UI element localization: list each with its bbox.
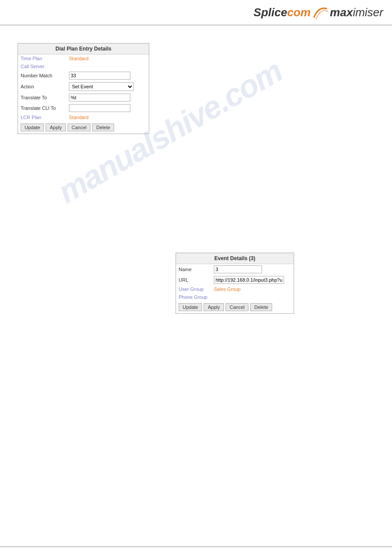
number-match-label: Number Match [21,73,69,78]
dial-plan-cancel-button[interactable]: Cancel [68,123,90,131]
dial-plan-buttons: Update Apply Cancel Delete [18,121,149,134]
call-server-row: Call Server [18,62,149,70]
event-url-input[interactable] [214,276,284,284]
translate-to-row: Translate To [18,92,149,103]
event-phone-group-label[interactable]: Phone Group [179,294,214,300]
event-details-box: Event Details (3) Name URL User Group Sa… [176,253,294,314]
time-plan-label[interactable]: Time Plan [21,56,69,61]
header: Splicecom maximiser [0,0,392,25]
main-content: manualshive.com Dial Plan Entry Details … [0,25,392,323]
dial-plan-delete-button[interactable]: Delete [92,123,114,131]
event-user-group-value: Sales Group [214,287,241,292]
event-url-row: URL [176,275,294,285]
event-details-title: Event Details (3) [176,253,294,264]
time-plan-row: Time Plan Standard [18,54,149,62]
dial-plan-apply-button[interactable]: Apply [46,123,66,131]
logo-swoosh-icon [312,5,329,21]
dial-plan-title: Dial Plan Entry Details [18,44,149,54]
lcr-plan-row: LCR Plan Standard [18,113,149,121]
action-select[interactable]: Set Event [69,82,134,91]
event-phone-group-row: Phone Group [176,293,294,301]
lcr-plan-value: Standard [69,115,89,120]
time-plan-value: Standard [69,56,89,61]
translate-cli-input[interactable] [69,104,130,112]
event-name-input[interactable] [214,265,262,273]
dial-plan-update-button[interactable]: Update [21,123,44,131]
event-name-row: Name [176,264,294,275]
event-url-label: URL [179,277,214,283]
event-apply-button[interactable]: Apply [204,303,224,311]
logo-maximiser: maximiser [330,6,383,19]
call-server-label[interactable]: Call Server [21,64,69,69]
translate-to-input[interactable] [69,94,130,102]
event-user-group-label[interactable]: User Group [179,287,214,292]
logo: Splicecom maximiser [254,4,383,20]
event-update-button[interactable]: Update [179,303,202,311]
action-row: Action Set Event [18,81,149,92]
translate-to-label: Translate To [21,95,69,100]
logo-splice: Splicecom [254,6,311,19]
event-delete-button[interactable]: Delete [250,303,272,311]
footer [0,546,392,555]
event-user-group-row: User Group Sales Group [176,285,294,293]
event-details-buttons: Update Apply Cancel Delete [176,301,294,313]
translate-cli-label: Translate CLI To [21,105,69,111]
number-match-row: Number Match [18,70,149,81]
translate-cli-row: Translate CLI To [18,103,149,113]
lcr-plan-label[interactable]: LCR Plan [21,115,69,120]
number-match-input[interactable] [69,72,130,80]
action-label: Action [21,84,69,89]
event-cancel-button[interactable]: Cancel [226,303,248,311]
dial-plan-entry-box: Dial Plan Entry Details Time Plan Standa… [18,43,149,134]
event-name-label: Name [179,267,214,272]
